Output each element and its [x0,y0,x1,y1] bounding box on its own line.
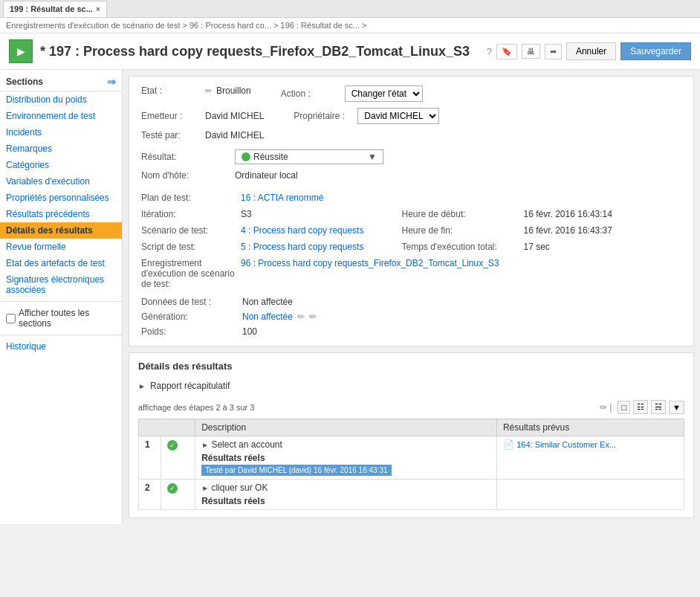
generation-edit-icon[interactable]: ✏ [297,312,305,322]
sidebar-item-label: Environnement de test [6,111,95,121]
sidebar-item-distribution[interactable]: Distribution du poids [0,91,122,108]
share-icon[interactable]: ➦ [545,44,562,59]
save-button[interactable]: Sauvegarder [620,42,691,60]
step-expand-icon[interactable]: ► [201,441,209,449]
sidebar-item-label: Propriétés personnalisées [6,193,109,203]
success-dot [242,152,250,161]
empty2 [524,193,682,203]
sidebar-item-incidents[interactable]: Incidents [0,124,122,141]
temps-exec-label: Temps d'exécution total: [402,242,521,252]
header-left: ▶ * 197 : Process hard copy requests_Fir… [9,39,470,63]
heure-debut-value: 16 févr. 2016 16:43:14 [524,209,682,219]
header-actions: ? 🔖 🖶 ➦ Annuler Sauvegarder [487,42,691,60]
step-description: Select an account [211,439,282,450]
show-all-checkbox[interactable] [6,314,16,323]
scenario-value[interactable]: 4 : Process hard copy requests [241,225,399,236]
resultat-value: Réussite [253,152,365,162]
teste-par-label: Testé par: [141,130,201,141]
sidebar-item-label: Variables d'exécution [6,176,90,187]
tab-close-icon[interactable]: × [96,5,100,13]
sidebar-item-label: Historique [6,341,46,352]
step-icon-grid[interactable]: ☷ [633,400,648,414]
sidebar-divider2 [0,335,122,335]
teste-par-value: David MICHEL [205,130,264,141]
generation-label: Génération: [141,312,238,322]
sidebar-item-label: Incidents [6,127,42,138]
step-expand-icon[interactable]: ► [201,484,209,492]
poids-label: Poids: [141,326,238,337]
step-number: 1 [139,436,161,480]
plan-test-value[interactable]: 16 : ACTIA renommé [241,193,399,203]
doc-link[interactable]: 164: Similar Customer Ex... [516,440,616,449]
sidebar-item-proprietes[interactable]: Propriétés personnalisées [0,190,122,206]
sidebar-item-revue[interactable]: Revue formelle [0,239,122,255]
pencil-icon: ✏ [205,86,212,96]
sidebar-item-resultats-precedents[interactable]: Résultats précédents [0,206,122,222]
title-asterisk: * [40,44,49,59]
step-subdescription: Résultats réels [201,496,265,506]
step-subdescription: Résultats réels [201,453,265,463]
emetteur-value: David MICHEL [205,111,264,121]
step-description: cliquer sur OK [211,483,268,493]
rapport-toggle-icon[interactable]: ► [138,382,146,390]
step-description-cell: ► cliquer sur OK Résultats réels [195,480,497,510]
step-icon-table[interactable]: ☵ [651,400,666,414]
step-check-cell: ✓ [161,436,195,480]
sidebar-item-details-resultats[interactable]: Détails des résultats [0,222,122,239]
tab-bar: 199 : Résultat de sc... × [0,0,700,18]
sidebar-item-variables[interactable]: Variables d'exécution [0,173,122,190]
tab-item[interactable]: 199 : Résultat de sc... × [3,1,107,17]
script-value[interactable]: 5 : Process hard copy requests [241,242,399,252]
step-check-cell: ✓ [161,480,195,510]
sidebar-item-label: Signatures électroniques associées [6,274,104,295]
generation-delete-icon[interactable]: ✏ [309,312,317,322]
heure-fin-label: Heure de fin: [402,225,521,236]
sidebar-item-artefacts[interactable]: Etat des artefacts de test [0,255,122,271]
title-text: Process hard copy requests_Firefox_DB2_T… [83,44,470,59]
nom-hote-value: Ordinateur local [235,170,298,181]
cancel-button[interactable]: Annuler [566,42,616,60]
scenario-label: Scénario de test: [141,225,238,236]
sidebar-item-historique[interactable]: Historique [0,338,122,355]
sidebar-item-label: Etat des artefacts de test [6,258,105,268]
tab-label: 199 : Résultat de sc... [10,4,93,13]
step-icon-expand[interactable]: □ [618,401,630,414]
sidebar-show-all[interactable]: Afficher toutes les sections [0,305,122,332]
step-icon-more[interactable]: ▼ [669,401,684,414]
enregistrement-value[interactable]: 96 : Process hard copy requests_Firefox_… [241,258,681,289]
iteration-label: Itération: [141,209,238,219]
sidebar-item-label: Distribution du poids [6,94,87,105]
sidebar-divider [0,301,122,302]
poids-value: 100 [242,326,257,337]
play-button[interactable]: ▶ [9,39,33,63]
help-icon[interactable]: ? [487,46,492,57]
show-all-label: Afficher toutes les sections [19,308,116,329]
step-check-icon: ✓ [167,440,178,451]
step-check-icon: ✓ [167,483,178,494]
heure-fin-value: 16 févr. 2016 16:43:37 [524,225,682,236]
sidebar-arrow-icon[interactable]: ⇒ [107,76,116,88]
proprietaire-select[interactable]: David MICHEL [357,108,439,124]
doc-icon: 📄 [503,439,514,450]
donnees-label: Données de test : [141,297,238,307]
heure-debut-label: Heure de début: [402,209,521,219]
steps-edit-icon[interactable]: ✏ | [600,402,612,413]
step-resultats-cell: 📄 164: Similar Customer Ex... [496,436,684,480]
rapport-label[interactable]: Rapport récapitulatif [150,381,230,391]
sidebar-item-environnement[interactable]: Environnement de test [0,108,122,124]
result-dropdown-icon[interactable]: ▼ [368,152,377,162]
result-success-box: Réussite ▼ [235,149,383,164]
proprietaire-label: Propriétaire : [294,111,353,121]
emetteur-label: Emetteur : [141,111,201,121]
generation-value[interactable]: Non affectée [242,312,293,322]
sidebar-item-remarques[interactable]: Remarques [0,141,122,157]
sidebar-item-signatures[interactable]: Signatures électroniques associées [0,271,122,298]
step-description-cell: ► Select an account Résultats réels Test… [195,436,497,480]
step-resultats-cell2 [496,480,684,510]
results-section: Détails des résultats ► Rapport récapitu… [129,352,694,518]
title-id: 197 : [49,44,80,59]
print-icon[interactable]: 🖶 [522,44,540,59]
bookmark-icon[interactable]: 🔖 [496,44,517,59]
sidebar-item-categories[interactable]: Catégories [0,157,122,173]
action-select[interactable]: Changer l'état [345,85,423,102]
